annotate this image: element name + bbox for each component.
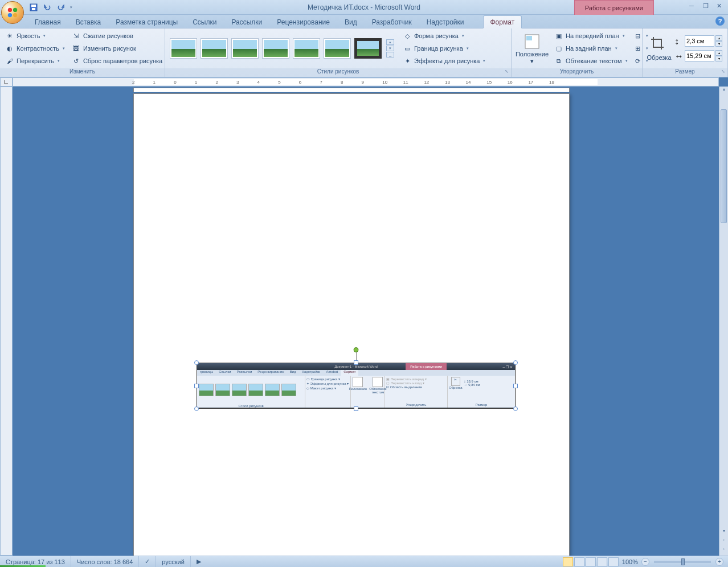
group-styles-label: Стили рисунков — [165, 68, 511, 77]
tab-insert[interactable]: Вставка — [68, 15, 109, 28]
style-7-selected[interactable] — [354, 38, 382, 59]
position-button[interactable]: Положение▾ — [514, 30, 550, 67]
tab-view[interactable]: Вид — [337, 15, 365, 28]
print-layout-view[interactable] — [563, 557, 573, 566]
gallery-down[interactable]: ▾ — [386, 46, 394, 51]
zoom-thumb[interactable] — [681, 558, 685, 565]
handle-br[interactable] — [513, 406, 518, 411]
redo-button[interactable] — [55, 1, 67, 14]
tab-developer[interactable]: Разработчик — [365, 15, 419, 28]
handle-t[interactable] — [354, 360, 358, 365]
rotation-line — [356, 352, 357, 361]
picture-effects-button[interactable]: ✦Эффекты для рисунка▾ — [400, 55, 488, 67]
tab-addins[interactable]: Надстройки — [419, 15, 472, 28]
macro-button[interactable]: ▶ — [191, 556, 207, 567]
next-page[interactable]: ◦ — [719, 547, 728, 556]
style-6[interactable] — [324, 38, 351, 59]
help-button[interactable]: ? — [715, 17, 725, 26]
picture-shape-button[interactable]: ◇Форма рисунка▾ — [400, 30, 488, 42]
handle-bl[interactable] — [194, 406, 199, 411]
word-count[interactable]: Число слов: 18 664 — [71, 556, 139, 567]
web-layout-view[interactable] — [586, 557, 596, 566]
scroll-up[interactable]: ▴ — [719, 87, 728, 96]
scroll-thumb[interactable] — [721, 109, 727, 223]
handle-b[interactable] — [354, 406, 358, 411]
svg-point-0 — [8, 8, 12, 12]
handle-l[interactable] — [194, 384, 199, 388]
text-wrap-button[interactable]: ⧉Обтекание текстом▾ — [551, 55, 631, 67]
bring-front-button[interactable]: ▣На передний план▾ — [551, 30, 631, 42]
group-size: Обрезка ↕ ▴▾ ↔ ▴▾ Размер ⤡ — [643, 28, 728, 77]
style-2[interactable] — [201, 38, 228, 59]
height-down[interactable]: ▾ — [715, 41, 722, 47]
gallery-up[interactable]: ▴ — [386, 39, 394, 45]
office-button[interactable] — [1, 1, 24, 24]
full-screen-view[interactable] — [574, 557, 584, 566]
prev-page[interactable]: ◦ — [719, 537, 728, 547]
contrast-button[interactable]: ◐Контрастность▾ — [2, 42, 68, 55]
handle-r[interactable] — [513, 384, 518, 388]
reset-picture-button[interactable]: ↺Сброс параметров рисунка — [69, 55, 165, 67]
vertical-ruler[interactable] — [0, 87, 13, 556]
outline-view[interactable] — [597, 557, 607, 566]
style-1[interactable] — [170, 38, 197, 59]
document-title: Методичка ИТ.docx - Microsoft Word — [308, 3, 420, 11]
draft-view[interactable] — [608, 557, 619, 566]
height-input[interactable] — [685, 35, 714, 47]
picture-border-button[interactable]: ▭Граница рисунка▾ — [400, 42, 488, 55]
styles-launcher[interactable]: ⤡ — [503, 69, 510, 76]
proofing-button[interactable]: ✓ — [139, 556, 156, 567]
qat-customize[interactable]: ▾ — [68, 1, 74, 14]
tab-format[interactable]: Формат — [483, 15, 522, 28]
crop-button[interactable]: Обрезка — [645, 30, 673, 67]
width-icon: ↔ — [674, 51, 684, 60]
size-launcher[interactable]: ⤡ — [719, 69, 726, 76]
tab-mailings[interactable]: Рассылки — [224, 15, 269, 28]
maximize-button[interactable]: ❐ — [703, 2, 711, 10]
change-picture-button[interactable]: 🖼Изменить рисунок — [69, 42, 165, 55]
horizontal-ruler[interactable]: 210123456789101112131415161718 — [13, 77, 719, 87]
undo-button[interactable] — [41, 1, 54, 14]
align-icon: ⊟ — [633, 31, 643, 40]
send-back-button[interactable]: ▢На задний план▾ — [551, 42, 631, 55]
style-3[interactable] — [231, 38, 259, 59]
selected-picture[interactable]: Документ1 - Microsoft Word Работа с рису… — [197, 361, 516, 410]
macro-icon: ▶ — [197, 558, 201, 565]
width-up[interactable]: ▴ — [715, 50, 722, 56]
save-button[interactable] — [27, 1, 40, 14]
tab-references[interactable]: Ссылки — [185, 15, 224, 28]
tab-home[interactable]: Главная — [27, 15, 68, 28]
height-up[interactable]: ▴ — [715, 35, 722, 41]
handle-tl[interactable] — [194, 360, 199, 365]
zoom-value[interactable]: 100% — [620, 558, 640, 565]
page[interactable] — [133, 93, 570, 567]
tab-selector[interactable] — [0, 77, 13, 87]
close-button[interactable]: ✕ — [717, 2, 725, 10]
zoom-out[interactable]: − — [641, 558, 649, 566]
minimize-button[interactable]: ─ — [689, 2, 697, 10]
language-indicator[interactable]: русский — [156, 556, 190, 567]
inner-context: Работа с рисунками — [406, 363, 447, 370]
style-5[interactable] — [293, 38, 320, 59]
handle-tr[interactable] — [513, 360, 518, 365]
inner-title: Документ1 - Microsoft Word — [334, 365, 378, 368]
zoom-slider[interactable] — [654, 561, 711, 563]
compress-button[interactable]: ⇲Сжатие рисунков — [69, 30, 165, 42]
ribbon-tabs: Главная Вставка Разметка страницы Ссылки… — [0, 15, 728, 28]
gallery-scroller: ▴ ▾ ⎯ — [386, 39, 394, 57]
tab-review[interactable]: Рецензирование — [269, 15, 337, 28]
group-icon: ⊞ — [633, 44, 643, 53]
height-icon: ↕ — [674, 36, 684, 46]
style-4[interactable] — [262, 38, 289, 59]
zoom-in[interactable]: + — [715, 558, 723, 566]
gallery-more[interactable]: ⎯ — [386, 52, 394, 57]
tab-layout[interactable]: Разметка страницы — [108, 15, 185, 28]
brightness-button[interactable]: ☀Яркость▾ — [2, 30, 68, 42]
width-input[interactable] — [685, 50, 714, 61]
rotation-handle[interactable] — [354, 347, 359, 352]
vertical-scrollbar[interactable]: ▴ ▾ ◦ ◦ — [719, 87, 728, 556]
svg-rect-5 — [31, 5, 36, 7]
recolor-button[interactable]: 🖌Перекрасить▾ — [2, 55, 68, 67]
width-down[interactable]: ▾ — [715, 56, 722, 61]
scroll-down[interactable]: ▾ — [719, 528, 728, 537]
